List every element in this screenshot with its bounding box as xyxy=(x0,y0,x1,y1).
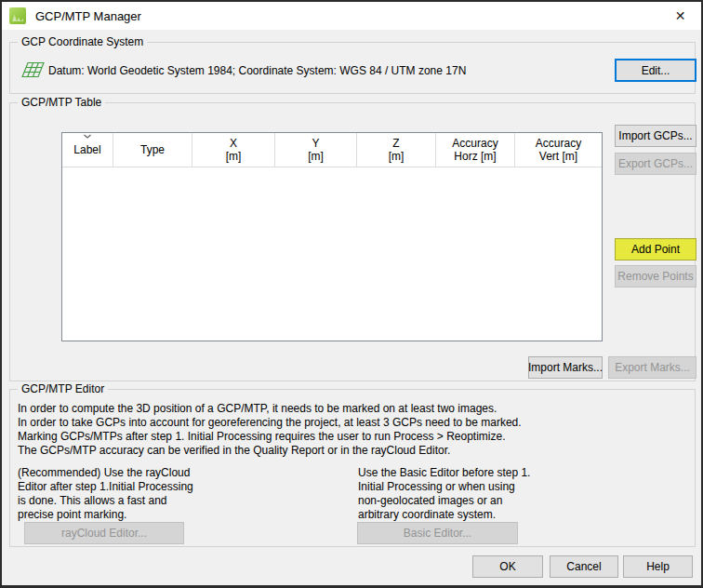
export-marks-button: Export Marks... xyxy=(608,356,696,379)
gcp-editor-group-label: GCP/MTP Editor xyxy=(18,382,108,396)
column-label: Accuracy Vert [m] xyxy=(536,137,581,163)
column-label: Type xyxy=(140,143,165,156)
gcp-mtp-manager-dialog: GCP/MTP Manager ✕ GCP Coordinate System … xyxy=(0,0,703,588)
column-header-x[interactable]: X [m] xyxy=(192,133,275,167)
table-header: Label Type X [m] Y [m] Z [m] Accuracy Ho… xyxy=(62,133,602,167)
column-label: X [m] xyxy=(226,137,242,163)
column-label: Label xyxy=(73,143,100,156)
ok-button[interactable]: OK xyxy=(472,555,543,578)
import-gcps-button[interactable]: Import GCPs... xyxy=(615,125,696,147)
raycloud-editor-note: (Recommended) Use the rayCloud Editor af… xyxy=(18,466,193,522)
add-point-button[interactable]: Add Point xyxy=(615,238,696,261)
column-label: Accuracy Horz [m] xyxy=(452,137,497,163)
column-header-label[interactable]: Label xyxy=(62,133,113,167)
gcp-table-group-label: GCP/MTP Table xyxy=(18,96,105,110)
coordinate-system-group-label: GCP Coordinate System xyxy=(18,35,147,49)
gcp-editor-group: GCP/MTP Editor In order to compute the 3… xyxy=(9,389,696,547)
editor-note-line: The GCPs/MTP accuracy can be verified in… xyxy=(18,444,522,458)
export-gcps-button: Export GCPs... xyxy=(615,153,696,175)
app-logo-icon xyxy=(9,7,26,24)
editor-note-line: In order to take GCPs into account for g… xyxy=(18,416,522,430)
raycloud-editor-button: rayCloud Editor... xyxy=(24,522,184,544)
window-title: GCP/MTP Manager xyxy=(35,9,141,23)
editor-description: In order to compute the 3D position of a… xyxy=(18,402,522,458)
coordinate-grid-icon xyxy=(21,61,45,78)
column-label: Z [m] xyxy=(389,137,405,163)
editor-note-line: In order to compute the 3D position of a… xyxy=(18,402,522,416)
column-header-accuracy-vert[interactable]: Accuracy Vert [m] xyxy=(515,133,602,167)
gcp-table: Label Type X [m] Y [m] Z [m] Accuracy Ho… xyxy=(61,132,603,341)
column-header-z[interactable]: Z [m] xyxy=(357,133,436,167)
cancel-button[interactable]: Cancel xyxy=(550,555,618,578)
help-button[interactable]: Help xyxy=(623,555,693,578)
titlebar[interactable]: GCP/MTP Manager ✕ xyxy=(2,2,701,30)
editor-note-line: Marking GCPs/MTPs after step 1. Initial … xyxy=(18,430,522,444)
close-button[interactable]: ✕ xyxy=(659,2,701,30)
column-header-y[interactable]: Y [m] xyxy=(275,133,357,167)
column-header-accuracy-horz[interactable]: Accuracy Horz [m] xyxy=(436,133,515,167)
coordinate-system-group: GCP Coordinate System Datum: World Geode… xyxy=(9,42,696,94)
import-marks-button[interactable]: Import Marks... xyxy=(528,356,603,379)
edit-button[interactable]: Edit... xyxy=(615,59,696,82)
column-header-type[interactable]: Type xyxy=(113,133,192,167)
basic-editor-note: Use the Basic Editor before step 1. Init… xyxy=(358,466,530,522)
table-body-empty[interactable] xyxy=(62,167,602,341)
basic-editor-button: Basic Editor... xyxy=(357,522,518,544)
datum-text: Datum: World Geodetic System 1984; Coord… xyxy=(48,64,466,77)
remove-points-button: Remove Points xyxy=(615,265,696,287)
column-label: Y [m] xyxy=(308,137,324,163)
gcp-table-group: GCP/MTP Table Label Type X [m] Y [m] Z [… xyxy=(9,102,696,381)
close-icon: ✕ xyxy=(675,8,686,23)
sort-chevron-icon xyxy=(84,134,92,139)
